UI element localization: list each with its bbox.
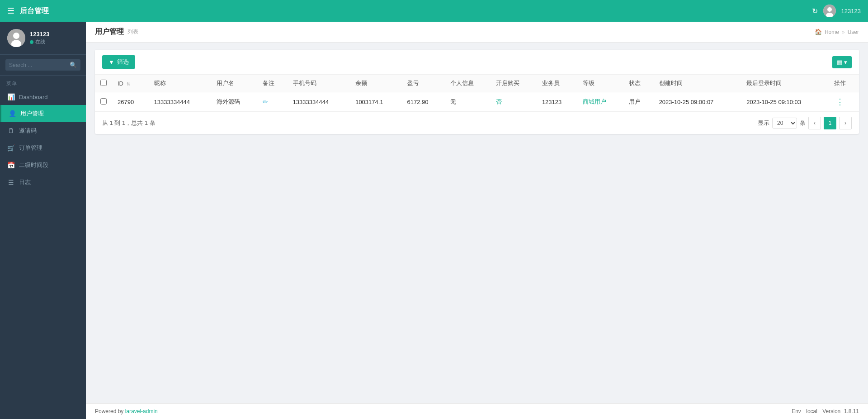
page-title-area: 用户管理 列表: [95, 27, 138, 37]
header-username: 123123: [841, 8, 861, 14]
td-level: 商城用户: [577, 92, 623, 112]
invite-icon: 🗒: [7, 127, 14, 134]
page-header: 用户管理 列表 🏠 Home » User: [86, 22, 868, 43]
th-created-at: 创建时间: [654, 75, 741, 92]
card-toolbar: ▼ 筛选 ▦ ▾: [95, 50, 859, 75]
order-icon: 🛒: [7, 144, 14, 152]
env-value: local: [806, 408, 817, 414]
search-input[interactable]: [9, 62, 67, 68]
refresh-icon[interactable]: ↻: [812, 7, 818, 15]
sidebar-username: 123123: [30, 31, 49, 38]
sidebar-item-invite-code[interactable]: 🗒 邀请码: [0, 122, 86, 139]
th-balance: 余额: [350, 75, 401, 92]
sidebar-item-order-management[interactable]: 🛒 订单管理: [0, 139, 86, 157]
th-profit-loss: 盈亏: [402, 75, 445, 92]
next-page-button[interactable]: ›: [839, 117, 852, 129]
th-personal-info: 个人信息: [445, 75, 491, 92]
version-label: Version: [822, 408, 840, 414]
sidebar-search-area: 🔍: [0, 55, 86, 76]
sidebar-item-time-period[interactable]: 📅 二级时间段: [0, 157, 86, 174]
dashboard-icon: 📊: [7, 93, 14, 100]
table-row: 26790 13333334444 海外源码 ✏ 13333334444 100…: [95, 92, 859, 112]
filter-icon: ▼: [108, 59, 114, 66]
column-icon: ▦: [837, 59, 842, 66]
pagination-info: 从 1 到 1，总共 1 条: [102, 119, 156, 127]
env-label: Env: [792, 408, 801, 414]
footer-right: Env local Version 1.8.11: [792, 408, 859, 414]
row-checkbox[interactable]: [100, 98, 107, 105]
td-phone: 13333334444: [288, 92, 350, 112]
log-icon: ☰: [7, 179, 14, 186]
header-avatar: [823, 5, 836, 17]
content-card: ▼ 筛选 ▦ ▾: [95, 50, 859, 134]
search-wrapper: 🔍: [5, 59, 80, 71]
footer-left: Powered by laravel-admin: [95, 408, 158, 414]
breadcrumb-home[interactable]: Home: [825, 29, 839, 35]
td-enable-purchase: 否: [491, 92, 537, 112]
td-nickname: 13333334444: [149, 92, 212, 112]
user-icon: 👤: [9, 110, 16, 117]
enable-purchase-link[interactable]: 否: [496, 98, 502, 105]
td-username: 海外源码: [211, 92, 257, 112]
column-toggle-chevron: ▾: [844, 59, 847, 66]
td-profit-loss: 6172.90: [402, 92, 445, 112]
td-note: ✏: [257, 92, 288, 112]
th-note: 备注: [257, 75, 288, 92]
th-nickname: 昵称: [149, 75, 212, 92]
page-size-select[interactable]: 20 50 100: [772, 118, 797, 129]
page-subtitle: 列表: [127, 28, 138, 36]
sort-icon-id[interactable]: ⇅: [127, 81, 130, 86]
sidebar-item-dashboard[interactable]: 📊 Dashboard: [0, 89, 86, 105]
level-link[interactable]: 商城用户: [583, 98, 606, 105]
current-page-button[interactable]: 1: [824, 117, 836, 129]
note-edit-icon[interactable]: ✏: [263, 98, 268, 105]
layout: 123123 在线 🔍 菜单 📊 Dashboard 👤 用户管理: [0, 22, 868, 419]
sidebar-item-order-label: 订单管理: [19, 144, 42, 152]
column-toggle-button[interactable]: ▦ ▾: [832, 56, 852, 68]
breadcrumb-current: User: [848, 29, 859, 35]
table-body: 26790 13333334444 海外源码 ✏ 13333334444 100…: [95, 92, 859, 112]
content-area: ▼ 筛选 ▦ ▾: [86, 43, 868, 403]
sidebar-status: 在线: [30, 38, 49, 45]
td-id: 26790: [112, 92, 149, 112]
th-select-all: [95, 75, 112, 92]
th-salesperson: 业务员: [537, 75, 577, 92]
th-level: 等级: [577, 75, 623, 92]
laravel-admin-link[interactable]: laravel-admin: [125, 408, 158, 414]
sidebar-profile: 123123 在线: [0, 22, 86, 55]
footer: Powered by laravel-admin Env local Versi…: [86, 403, 868, 419]
brand-title: 后台管理: [20, 6, 49, 16]
menu-icon[interactable]: ☰: [7, 6, 14, 16]
filter-button[interactable]: ▼ 筛选: [102, 55, 135, 69]
sidebar-item-logs[interactable]: ☰ 日志: [0, 174, 86, 191]
th-last-login: 最后登录时间: [741, 75, 829, 92]
filter-label: 筛选: [117, 58, 129, 66]
status-text: 在线: [35, 38, 45, 45]
svg-point-1: [827, 7, 832, 12]
sidebar: 123123 在线 🔍 菜单 📊 Dashboard 👤 用户管理: [0, 22, 86, 419]
select-all-checkbox[interactable]: [100, 80, 107, 86]
actions-button[interactable]: ⋮: [834, 97, 846, 107]
td-status: 用户: [623, 92, 654, 112]
table-header-row: ID ⇅ 昵称 用户名 备注 手机号码 余额 盈亏 个人信息 开启购买 业务员: [95, 75, 859, 92]
sidebar-item-invite-label: 邀请码: [19, 127, 37, 135]
sidebar-item-dashboard-label: Dashboard: [19, 94, 48, 100]
search-icon[interactable]: 🔍: [70, 62, 77, 68]
page-title: 用户管理: [95, 27, 124, 37]
breadcrumb: 🏠 Home » User: [815, 29, 859, 35]
sidebar-item-user-label: 用户管理: [20, 110, 44, 118]
header-left: ☰ 后台管理: [7, 6, 49, 16]
td-checkbox: [95, 92, 112, 112]
td-created-at: 2023-10-25 09:00:07: [654, 92, 741, 112]
td-last-login: 2023-10-25 09:10:03: [741, 92, 829, 112]
main-content: 用户管理 列表 🏠 Home » User ▼ 筛选 ▦: [86, 22, 868, 419]
avatar: [7, 29, 25, 47]
svg-point-4: [13, 33, 19, 39]
data-table: ID ⇅ 昵称 用户名 备注 手机号码 余额 盈亏 个人信息 开启购买 业务员: [95, 75, 859, 112]
sidebar-item-time-label: 二级时间段: [19, 161, 48, 169]
display-label: 显示: [758, 119, 769, 127]
powered-by-text: Powered by: [95, 408, 125, 414]
prev-page-button[interactable]: ‹: [808, 117, 821, 129]
td-actions: ⋮: [829, 92, 859, 112]
sidebar-item-user-management[interactable]: 👤 用户管理: [0, 105, 86, 122]
